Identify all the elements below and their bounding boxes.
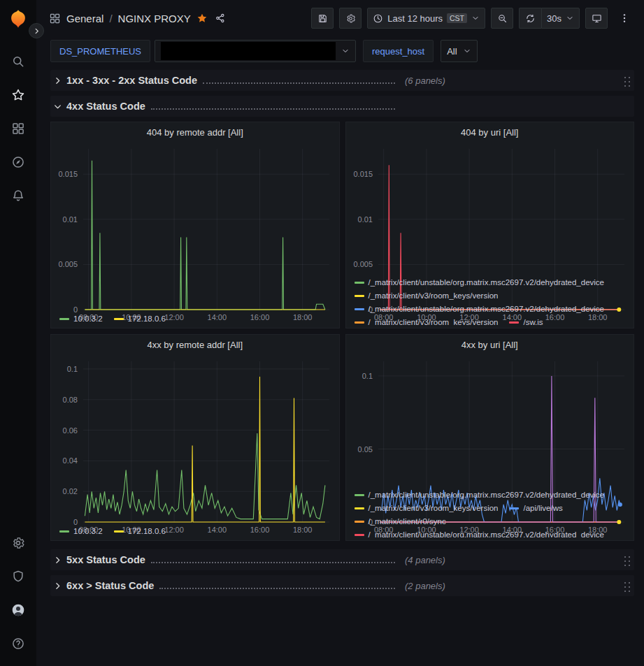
panel-title[interactable]: 4xx by remote addr [All] [51,335,339,356]
configuration-gear-icon[interactable] [0,526,36,560]
panel-title[interactable]: 404 by remote addr [All] [51,122,339,143]
svg-text:0.015: 0.015 [353,170,373,178]
row-leader-dots [151,108,395,110]
row-leader-dots [203,82,395,84]
request-host-variable-label[interactable]: request_host [363,40,434,62]
legend-series-label: /_matrix/client/unstable/org.matrix.msc2… [368,303,605,315]
legend-item[interactable]: /_matrix/client/r0/sync [355,515,446,528]
row-drag-handle[interactable] [622,553,631,566]
save-icon [317,13,328,24]
datasource-variable-select[interactable] [155,40,356,62]
legend-series-label: /_matrix/client/v3/room_keys/version [368,502,499,514]
timeseries-chart[interactable]: 00.0050.010.01508:0010:0012:0014:0016:00… [51,143,339,311]
panel-grid: 404 by remote addr [All] 00.0050.010.015… [50,122,634,541]
row-title: 4xx Status Code [66,101,145,112]
dashboard-settings-button[interactable] [339,8,362,29]
chart-svg: 00.020.040.060.080.108:0010:0012:0014:00… [51,356,339,536]
chart-legend: /_matrix/client/unstable/org.matrix.msc2… [346,487,634,537]
legend-item[interactable]: 10.0.3.2 [59,312,103,325]
panel-title[interactable]: 404 by uri [All] [346,122,634,143]
chevron-right-icon [53,581,62,591]
zoom-out-icon [497,13,508,24]
legend-series-color [114,530,124,533]
row-drag-handle[interactable] [622,579,631,592]
svg-text:0.08: 0.08 [63,396,78,404]
starred-dashboards-icon[interactable] [0,78,36,112]
timeseries-chart[interactable]: 00.050.108:0010:0012:0014:0016:0018:00 [346,356,634,487]
chart-svg: 00.0050.010.01508:0010:0012:0014:0016:00… [51,143,339,324]
legend-series-color [355,282,364,284]
user-avatar[interactable] [0,593,36,627]
expand-sidebar-button[interactable] [29,23,44,38]
legend-series-color [355,534,364,536]
alerting-bell-icon[interactable] [0,179,36,212]
share-icon[interactable] [215,13,226,24]
grafana-logo-icon[interactable] [8,8,29,29]
datasource-variable-label[interactable]: DS_PROMETHEUS [50,40,150,62]
legend-item[interactable]: 172.18.0.6 [114,312,166,325]
legend-series-color [355,308,364,310]
legend-series-color [114,318,124,320]
legend-series-label: 172.18.0.6 [128,312,166,325]
timeseries-chart[interactable]: 00.020.040.060.080.108:0010:0012:0014:00… [51,356,339,523]
legend-item[interactable]: /_matrix/client/unstable/org.matrix.msc2… [355,528,605,537]
chevron-right-icon [53,556,62,565]
chevron-down-icon [463,47,471,55]
row-header-1xx-3xx-2xx[interactable]: 1xx - 3xx - 2xx Status Code (6 panels) [50,70,634,91]
favorite-star-icon[interactable] [196,13,208,24]
refresh-button[interactable] [519,8,541,29]
legend-item[interactable]: 10.0.3.2 [59,525,103,537]
timezone-badge: CST [447,13,467,23]
legend-series-color [355,507,364,509]
legend-series-color [59,530,69,533]
panel-title[interactable]: 4xx by uri [All] [346,335,634,356]
timeseries-chart[interactable]: 00.0050.010.01508:0010:0012:0014:0016:00… [346,143,634,275]
refresh-interval-dropdown[interactable]: 30s [541,8,580,29]
monitor-icon [592,13,602,24]
save-dashboard-button[interactable] [311,8,334,29]
legend-series-color [59,318,69,320]
help-icon[interactable] [0,627,36,660]
tv-mode-button[interactable] [585,8,608,29]
refresh-group: 30s [519,8,580,29]
time-range-picker[interactable]: Last 12 hours CST [367,8,485,29]
legend-item[interactable]: /_matrix/client/unstable/org.matrix.msc2… [355,276,605,289]
server-admin-shield-icon[interactable] [0,560,36,593]
svg-text:0.005: 0.005 [353,260,373,268]
legend-series-label: 172.18.0.6 [128,525,166,537]
more-options-button[interactable] [613,8,636,29]
row-header-4xx[interactable]: 4xx Status Code [50,96,634,117]
row-panel-count: (4 panels) [405,555,445,565]
template-variables-bar: DS_PROMETHEUS request_host All [36,36,644,66]
zoom-out-button[interactable] [491,8,513,29]
legend-item[interactable]: /sw.js [509,316,543,325]
explore-compass-icon[interactable] [0,145,36,179]
row-drag-handle[interactable] [622,74,631,87]
legend-series-color [355,321,364,324]
row-header-5xx[interactable]: 5xx Status Code (4 panels) [50,549,634,570]
legend-item[interactable]: /_matrix/client/unstable/org.matrix.msc2… [355,303,605,315]
request-host-variable-select[interactable]: All [441,40,477,62]
legend-item[interactable]: 172.18.0.6 [114,525,166,537]
legend-series-label: /_matrix/client/v3/room_keys/version [368,316,499,325]
row-panel-count: (2 panels) [405,581,445,591]
dashboards-icon[interactable] [0,112,36,145]
legend-item[interactable]: /_matrix/client/unstable/org.matrix.msc2… [355,488,605,501]
row-header-6xx[interactable]: 6xx > Status Code (2 panels) [50,575,634,596]
svg-text:0.04: 0.04 [63,456,78,465]
legend-series-color [355,521,364,523]
legend-series-label: /_matrix/client/v3/room_keys/version [368,289,499,302]
legend-item[interactable]: /_matrix/client/v3/room_keys/version [355,502,499,514]
legend-item[interactable]: /_matrix/client/v3/room_keys/version [355,289,499,302]
chart-legend: 10.0.3.2172.18.0.6 [51,523,339,537]
breadcrumb-dashboard-title[interactable]: NGINX PROXY [118,13,191,24]
chart-legend: /_matrix/client/unstable/org.matrix.msc2… [346,275,634,325]
search-icon[interactable] [0,45,36,78]
row-title: 6xx > Status Code [66,580,154,591]
legend-series-color [355,295,364,297]
breadcrumb-folder[interactable]: General [66,13,103,24]
panel-4xx-by-remote-addr: 4xx by remote addr [All] 00.020.040.060.… [50,334,340,541]
legend-item[interactable]: /_matrix/client/v3/room_keys/version [355,316,499,325]
legend-item[interactable]: /api/live/ws [509,502,562,514]
svg-text:0.1: 0.1 [362,372,372,380]
